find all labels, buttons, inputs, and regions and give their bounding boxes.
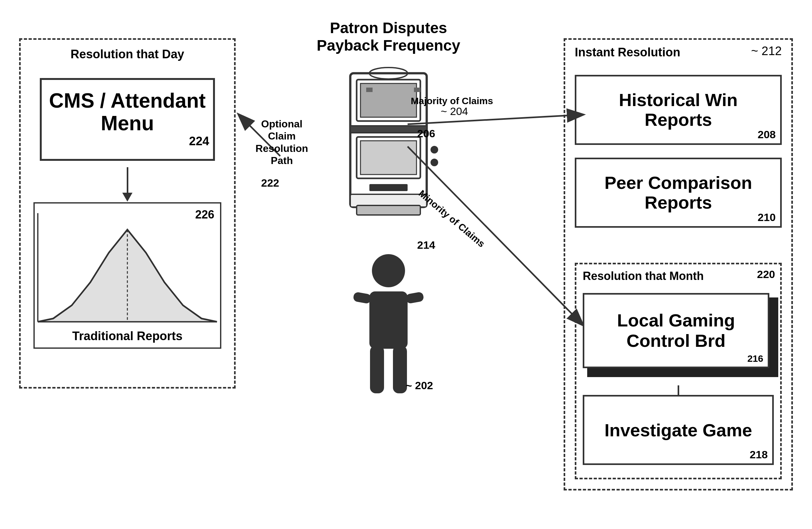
lgcb-text: Local Gaming Control Brd bbox=[617, 310, 735, 351]
right-panel: Instant Resolution ~ 212 Historical Win … bbox=[564, 38, 793, 490]
investigate-box: Investigate Game 218 bbox=[583, 395, 774, 465]
trad-label: Traditional Reports bbox=[72, 329, 183, 343]
svg-rect-12 bbox=[357, 205, 420, 215]
hist-win-box: Historical Win Reports 208 bbox=[575, 75, 782, 145]
diagram: Resolution that Day CMS / Attendant Menu… bbox=[0, 0, 812, 529]
lgcb-box: Local Gaming Control Brd 216 bbox=[583, 293, 769, 368]
peer-comparison-box: Peer Comparison Reports 210 bbox=[575, 158, 782, 228]
trad-chart bbox=[35, 210, 220, 328]
ref-person: ~ 202 bbox=[406, 379, 433, 392]
peer-ref-num: 210 bbox=[757, 211, 776, 224]
left-panel-title: Resolution that Day bbox=[71, 47, 184, 61]
svg-rect-7 bbox=[350, 126, 427, 133]
svg-rect-17 bbox=[414, 88, 420, 92]
svg-rect-23 bbox=[393, 345, 407, 393]
svg-rect-9 bbox=[361, 141, 417, 174]
slot-machine: ~ 204 bbox=[325, 67, 452, 245]
lgcb-wrap: Local Gaming Control Brd 216 bbox=[583, 293, 774, 373]
ref-machine: ~ 204 bbox=[441, 105, 468, 117]
ref-206: 206 bbox=[417, 127, 435, 140]
peer-comparison-text: Peer Comparison Reports bbox=[604, 173, 752, 212]
svg-rect-16 bbox=[366, 88, 373, 92]
svg-rect-21 bbox=[405, 292, 424, 304]
svg-point-13 bbox=[431, 146, 438, 154]
hist-ref-num: 208 bbox=[757, 128, 776, 141]
cms-box: CMS / Attendant Menu 224 bbox=[40, 78, 215, 161]
month-ref-num: 220 bbox=[757, 268, 775, 281]
svg-rect-10 bbox=[369, 184, 408, 191]
svg-rect-20 bbox=[353, 292, 372, 304]
ref-214: 214 bbox=[417, 239, 435, 251]
investigate-text: Investigate Game bbox=[604, 420, 752, 441]
trad-reports-box: 226 Traditional Reports bbox=[33, 202, 221, 349]
month-panel: Resolution that Month 220 Local Gaming C… bbox=[575, 263, 782, 479]
month-title: Resolution that Month bbox=[583, 269, 704, 283]
right-panel-num: ~ 212 bbox=[751, 44, 782, 58]
svg-point-14 bbox=[431, 159, 438, 166]
center-area: Patron Disputes Payback Frequency bbox=[280, 19, 497, 411]
svg-rect-22 bbox=[370, 345, 384, 393]
invest-ref-num: 218 bbox=[750, 448, 768, 461]
svg-marker-3 bbox=[38, 230, 217, 322]
right-panel-title: Instant Resolution bbox=[575, 45, 680, 59]
cms-ref-num: 224 bbox=[189, 134, 213, 149]
left-panel: Resolution that Day CMS / Attendant Menu… bbox=[19, 38, 236, 388]
cms-box-text: CMS / Attendant Menu bbox=[49, 89, 206, 134]
person-figure: ~ 202 bbox=[347, 252, 430, 411]
ref-222: 222 bbox=[261, 177, 279, 189]
optional-claim-label: Optional ClaimResolution Path bbox=[248, 118, 315, 167]
svg-rect-19 bbox=[369, 291, 408, 349]
svg-point-18 bbox=[372, 254, 405, 287]
hist-win-text: Historical Win Reports bbox=[619, 90, 738, 129]
majority-label: Majority of Claims bbox=[411, 96, 493, 106]
lgcb-ref-num: 216 bbox=[748, 353, 763, 364]
patron-title: Patron Disputes Payback Frequency bbox=[317, 19, 461, 54]
arrow-cms-down bbox=[122, 167, 132, 202]
